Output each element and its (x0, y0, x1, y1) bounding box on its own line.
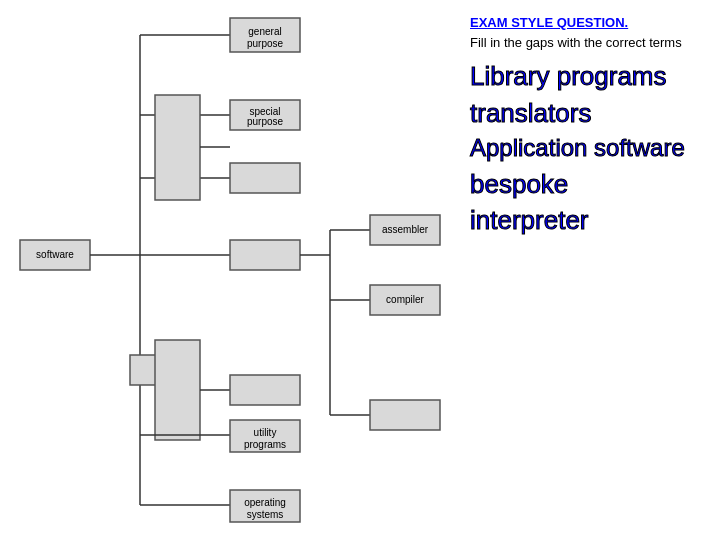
translators-node (230, 240, 300, 270)
software-label: software (36, 249, 74, 260)
sidebar: EXAM STYLE QUESTION. Fill in the gaps wi… (460, 0, 720, 540)
term-translators: translators (470, 99, 710, 128)
app-group-box-top (155, 95, 200, 200)
svg-text:utility: utility (254, 427, 277, 438)
svg-text:purpose: purpose (247, 116, 284, 127)
exam-title: EXAM STYLE QUESTION. (470, 15, 710, 30)
tree-diagram: software general purpose special purpose… (0, 0, 460, 540)
svg-text:assembler: assembler (382, 224, 429, 235)
svg-text:operating: operating (244, 497, 286, 508)
svg-text:purpose: purpose (247, 38, 284, 49)
term-library-programs: Library programs (470, 62, 710, 91)
app-group-box-bottom (155, 340, 200, 440)
interpreter-node (370, 400, 440, 430)
terms-list: Library programs translators Application… (470, 62, 710, 237)
svg-text:programs: programs (244, 439, 286, 450)
library-programs-node (230, 163, 300, 193)
term-application-software: Application software (470, 135, 710, 161)
term-interpreter: interpreter (470, 206, 710, 235)
svg-text:systems: systems (247, 509, 284, 520)
bespoke-node (230, 375, 300, 405)
svg-text:compiler: compiler (386, 294, 424, 305)
exam-subtitle: Fill in the gaps with the correct terms (470, 34, 710, 52)
term-bespoke: bespoke (470, 170, 710, 199)
general-purpose-label: general (248, 26, 281, 37)
